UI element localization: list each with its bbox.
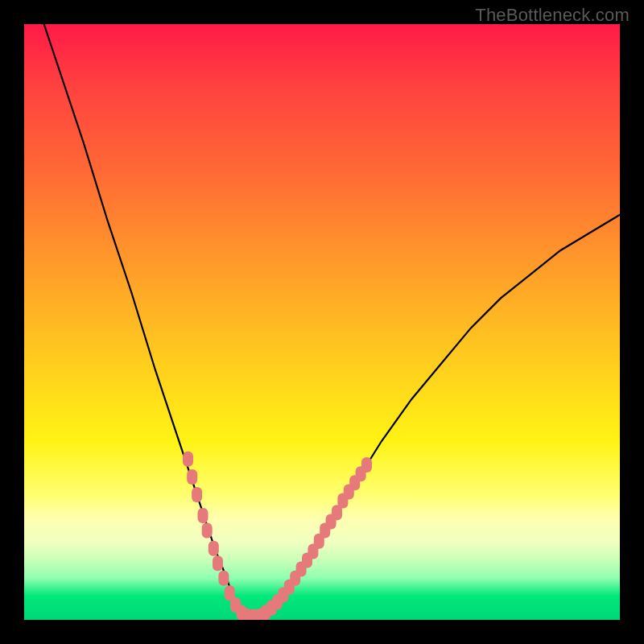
plot-area — [24, 24, 620, 620]
chart-frame: TheBottleneck.com — [0, 0, 644, 644]
data-marker — [202, 523, 213, 539]
data-marker — [361, 457, 372, 473]
data-marker — [198, 508, 208, 523]
data-marker — [208, 541, 219, 556]
data-marker — [183, 452, 193, 467]
data-marker — [187, 469, 197, 485]
data-marker — [218, 571, 229, 586]
chart-svg — [24, 24, 620, 620]
marker-group — [183, 452, 372, 620]
attribution-label: TheBottleneck.com — [475, 5, 630, 26]
data-marker — [192, 487, 202, 502]
data-marker — [213, 555, 223, 571]
